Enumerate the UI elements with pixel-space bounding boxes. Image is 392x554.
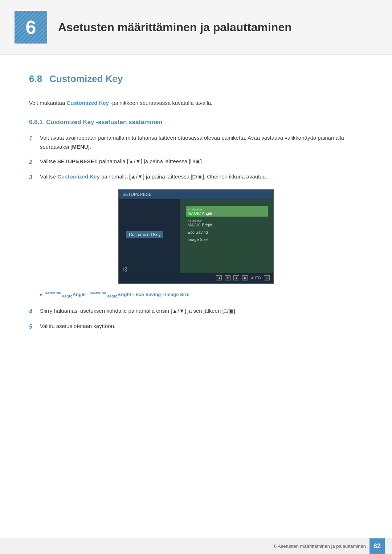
samsung-super-1: SAMSUNG (45, 291, 62, 295)
screen-left-panel: Customized Key ⚙ (119, 199, 180, 283)
gear-icon: ⚙ (122, 266, 128, 274)
magic-sub-1: MAGIC (62, 295, 73, 298)
menu-key-label: MENU (72, 144, 88, 150)
screen-mockup: SETUP&RESET Customized Key ⚙ (118, 189, 274, 284)
screen-title-bar: SETUP&RESET (119, 190, 273, 199)
screen-option-eco-saving: Eco Saving (186, 229, 268, 235)
step-4: 4 Siirry haluamasi asetuksen kohdalle pa… (29, 306, 363, 316)
samsung-super-2: SAMSUNG (90, 291, 106, 295)
ctrl-left-icon: ◄ (216, 275, 222, 280)
ctrl-down: ▼ (225, 275, 230, 280)
main-content: 6.8Customized Key Voit mukauttaa Customi… (0, 73, 392, 368)
options-bullet-item: • SAMSUNGMAGICAngle - SAMSUNGMAGICBright… (40, 291, 363, 299)
steps-list: 1 Voit avata avainoppaan painamalla mitä… (29, 133, 363, 182)
intro-highlight: Customized Key (66, 100, 109, 106)
steps-list-2: 4 Siirry haluamasi asetuksen kohdalle pa… (29, 306, 363, 332)
section-number: 6.8 (29, 73, 42, 84)
screen-menu-customized-key: Customized Key (126, 231, 163, 238)
step-2-content: Valitse SETUP&RESET painamalla [▲/▼] ja … (40, 157, 363, 166)
step-2-number: 2 (29, 157, 40, 167)
eco-saving-label: - Eco Saving (132, 292, 161, 297)
page-footer: 6 Asetusten määrittäminen ja palauttamin… (0, 538, 392, 554)
screen-content-area: Customized Key ⚙ SAMSUNG MAGIC Angle SAM… (119, 199, 273, 283)
bright-label: Bright (117, 292, 131, 297)
step-3: 3 Valitse Customized Key painamalla [▲/▼… (29, 172, 363, 182)
customized-key-label-step3: Customized Key (57, 173, 100, 180)
ctrl-up: ▲ (233, 275, 239, 280)
footer-page-number: 62 (369, 538, 385, 554)
options-text: SAMSUNGMAGICAngle - SAMSUNGMAGICBright -… (45, 291, 189, 299)
ctrl-power-icon: ⏻ (264, 275, 270, 280)
ctrl-enter: ▣ (242, 275, 248, 280)
screen-title: SETUP&RESET (122, 192, 154, 197)
step-4-content: Siirry haluamasi asetuksen kohdalle pain… (40, 306, 363, 316)
step-5: 5 Valittu asetus otetaan käyttöön. (29, 321, 363, 332)
section-title: Customized Key (49, 73, 123, 84)
screen-controls-bar: ◄ ▼ ▲ ▣ AUTO ⏻ (119, 273, 273, 283)
image-size-label: - Image Size (162, 292, 189, 297)
ctrl-enter-icon: ▣ (242, 275, 248, 280)
ctrl-left: ◄ (216, 275, 222, 280)
subsection-title: Customized Key -asetusten säätäminen (46, 119, 162, 126)
intro-text-before: Voit mukauttaa (29, 100, 66, 106)
screen-option-magic-angle: SAMSUNG MAGIC Angle (186, 206, 268, 217)
subsection-heading: 6.8.1 Customized Key -asetusten säätämin… (29, 119, 363, 126)
ctrl-auto-label: AUTO (251, 276, 261, 280)
footer-text: 6 Asetusten määrittäminen ja palauttamin… (274, 543, 366, 549)
screen-menu-label: Customized Key (129, 232, 160, 237)
intro-paragraph: Voit mukauttaa Customized Key -painikkee… (29, 98, 363, 108)
step-5-number: 5 (29, 321, 40, 332)
step-2: 2 Valitse SETUP&RESET painamalla [▲/▼] j… (29, 157, 363, 167)
ctrl-power: ⏻ (264, 275, 270, 280)
bullet-dot: • (40, 291, 42, 299)
angle-label: Angle (73, 292, 86, 297)
step-3-content: Valitse Customized Key painamalla [▲/▼] … (40, 172, 363, 181)
chapter-number-box: 6 (15, 11, 47, 44)
intro-text-after: -painikkeen seuraavassa kuvatulla tavall… (109, 100, 212, 106)
screen-option-magic-bright: SAMSUNG MAGIC Bright (186, 217, 268, 228)
screen-option-image-size: Image Size (186, 236, 268, 243)
options-bullet-list: • SAMSUNGMAGICAngle - SAMSUNGMAGICBright… (40, 291, 363, 299)
step-1-content: Voit avata avainoppaan painamalla mitä t… (40, 133, 363, 152)
setup-reset-label: SETUP&RESET (57, 158, 98, 164)
section-heading: 6.8Customized Key (29, 73, 363, 87)
chapter-header: 6 Asetusten määrittäminen ja palauttamin… (0, 0, 392, 55)
subsection-number: 6.8.1 (29, 119, 43, 126)
ctrl-up-icon: ▲ (233, 275, 239, 280)
chapter-title: Asetusten määrittäminen ja palauttaminen (58, 21, 292, 34)
step-5-content: Valittu asetus otetaan käyttöön. (40, 321, 363, 331)
step-3-number: 3 (29, 172, 40, 182)
screen-right-panel: SAMSUNG MAGIC Angle SAMSUNG MAGIC Bright… (180, 199, 273, 283)
step-1: 1 Voit avata avainoppaan painamalla mitä… (29, 133, 363, 152)
ctrl-down-icon: ▼ (225, 275, 230, 280)
ctrl-auto: AUTO (251, 276, 261, 280)
magic-sub-2: MAGIC (106, 295, 117, 298)
step-4-number: 4 (29, 306, 40, 316)
chapter-number: 6 (26, 16, 36, 38)
screen-container: SETUP&RESET Customized Key ⚙ (29, 189, 363, 284)
step-1-number: 1 (29, 133, 40, 143)
